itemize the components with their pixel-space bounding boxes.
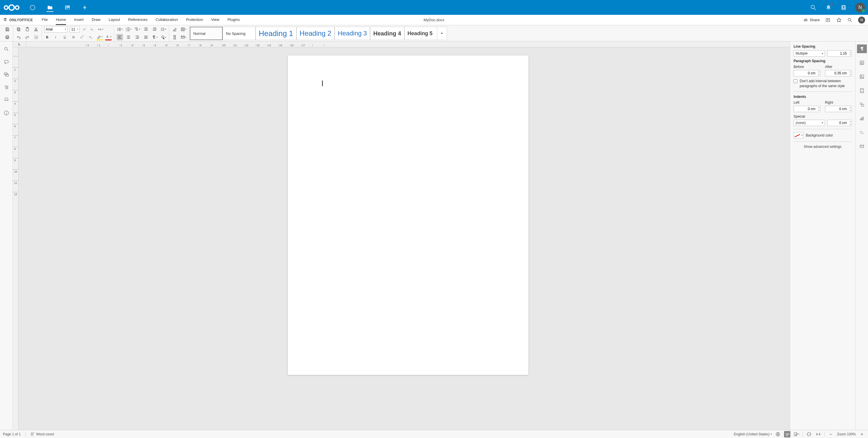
- feedback-icon[interactable]: [3, 97, 9, 103]
- font-name-input[interactable]: [45, 27, 64, 31]
- multilevel-list-icon[interactable]: ▾: [134, 26, 141, 33]
- menu-layout[interactable]: Layout: [109, 15, 120, 25]
- language-selector[interactable]: English (United States) ▾: [734, 432, 772, 436]
- menu-references[interactable]: References: [128, 15, 147, 25]
- fit-width-icon[interactable]: [815, 431, 822, 437]
- bullet-list-icon[interactable]: ▾: [117, 26, 123, 33]
- font-color-icon[interactable]: A▾: [105, 34, 112, 40]
- spellcheck-icon[interactable]: ABC: [784, 431, 790, 437]
- fit-page-icon[interactable]: [806, 431, 812, 437]
- zoom-in-icon[interactable]: [859, 431, 865, 437]
- special-indent-value-input[interactable]: [827, 120, 852, 126]
- document-scroll[interactable]: [26, 47, 790, 430]
- zoom-level[interactable]: Zoom 100%: [837, 432, 856, 436]
- style-heading-2[interactable]: Heading 2: [297, 27, 335, 40]
- font-size-input[interactable]: [71, 27, 76, 31]
- redo-icon[interactable]: [24, 34, 31, 40]
- contacts-icon[interactable]: [840, 4, 847, 11]
- style-heading-1[interactable]: Heading 1: [255, 27, 297, 40]
- open-location-icon[interactable]: [825, 17, 831, 23]
- indent-left-input[interactable]: [794, 106, 820, 112]
- styles-more-button[interactable]: [437, 27, 447, 40]
- change-case-icon[interactable]: Aa▾: [97, 26, 103, 33]
- chat-icon[interactable]: [3, 72, 9, 77]
- save-icon[interactable]: [4, 26, 10, 33]
- clear-style-icon[interactable]: [172, 26, 178, 33]
- table-settings-tab-icon[interactable]: [857, 58, 867, 67]
- indent-right-value[interactable]: [827, 107, 847, 111]
- menu-insert[interactable]: Insert: [74, 15, 84, 25]
- line-spacing-value-input[interactable]: [827, 50, 852, 57]
- no-interval-checkbox[interactable]: Don't add interval between paragraphs of…: [794, 79, 852, 89]
- image-settings-tab-icon[interactable]: [857, 72, 867, 81]
- photos-app-icon[interactable]: [64, 4, 71, 11]
- subscript-icon[interactable]: A2: [88, 34, 94, 40]
- document-page[interactable]: [288, 56, 528, 375]
- style-no-spacing[interactable]: No Spacing: [223, 27, 255, 40]
- spacing-after-value[interactable]: [827, 71, 847, 75]
- font-name-selector[interactable]: ▾: [44, 26, 67, 33]
- line-spacing-icon[interactable]: ▾: [160, 26, 166, 33]
- vertical-ruler[interactable]: 123456789101112: [13, 47, 19, 430]
- about-icon[interactable]: [3, 110, 9, 116]
- files-app-icon[interactable]: [46, 5, 54, 12]
- editor-user-avatar[interactable]: N: [858, 16, 865, 24]
- favorite-star-icon[interactable]: [836, 17, 842, 23]
- style-heading-3[interactable]: Heading 3: [335, 27, 370, 40]
- header-footer-tab-icon[interactable]: [857, 86, 867, 95]
- set-doc-language-icon[interactable]: [775, 431, 781, 437]
- horizontal-ruler[interactable]: -2-11234567891011121314151617: [26, 41, 790, 47]
- search-doc-icon[interactable]: [847, 17, 853, 23]
- style-heading-4[interactable]: Heading 4: [370, 27, 404, 40]
- style-normal[interactable]: Normal: [190, 27, 223, 40]
- dashboard-app-icon[interactable]: [29, 4, 36, 11]
- indent-left-value[interactable]: [795, 107, 815, 111]
- decrease-indent-icon[interactable]: [143, 26, 149, 33]
- menu-file[interactable]: File: [41, 15, 48, 25]
- highlight-color-icon[interactable]: ▾: [96, 34, 103, 40]
- indent-right-input[interactable]: [825, 106, 852, 112]
- nonprinting-icon[interactable]: ▾: [151, 34, 158, 40]
- nextcloud-logo[interactable]: [3, 3, 20, 12]
- zoom-out-icon[interactable]: [828, 431, 834, 437]
- underline-icon[interactable]: U: [62, 34, 68, 40]
- background-color-swatch[interactable]: ▾: [794, 132, 803, 139]
- font-size-selector[interactable]: ▾: [70, 26, 80, 33]
- line-spacing-value[interactable]: [829, 52, 847, 56]
- find-icon[interactable]: [3, 46, 9, 52]
- copy-icon[interactable]: [16, 26, 22, 33]
- undo-icon[interactable]: [16, 34, 22, 40]
- paste-icon[interactable]: [24, 26, 31, 33]
- shape-settings-tab-icon[interactable]: [857, 100, 867, 109]
- menu-view[interactable]: View: [211, 15, 219, 25]
- spacing-after-input[interactable]: [825, 70, 852, 76]
- menu-collaboration[interactable]: Collaboration: [156, 15, 178, 25]
- no-interval-check-input[interactable]: [794, 79, 797, 83]
- page-indicator[interactable]: Page 1 of 1: [3, 432, 21, 436]
- menu-draw[interactable]: Draw: [92, 15, 100, 25]
- headings-icon[interactable]: [3, 85, 9, 90]
- spacing-before-input[interactable]: [794, 70, 820, 76]
- align-left-icon[interactable]: [117, 34, 123, 40]
- word-count-button[interactable]: 123 Word count: [30, 432, 54, 437]
- increase-font-icon[interactable]: A▴: [82, 27, 87, 32]
- print-icon[interactable]: [4, 34, 10, 40]
- document-name[interactable]: MyDoc.docx: [424, 18, 444, 22]
- paragraph-settings-tab-icon[interactable]: [857, 44, 867, 53]
- onlyoffice-brand[interactable]: ONLYOFFICE: [3, 18, 33, 22]
- ruler-corner[interactable]: L: [13, 41, 26, 47]
- number-list-icon[interactable]: 123▾: [125, 26, 132, 33]
- menu-home[interactable]: Home: [56, 15, 66, 25]
- show-advanced-link[interactable]: Show advanced settings: [794, 145, 852, 149]
- bold-icon[interactable]: B: [44, 34, 51, 40]
- track-changes-icon[interactable]: ▾: [793, 431, 800, 437]
- mailmerge-icon[interactable]: ▾: [180, 34, 187, 40]
- copy-style-icon[interactable]: [172, 34, 178, 40]
- increase-indent-icon[interactable]: [151, 26, 158, 33]
- line-spacing-mode-select[interactable]: Multiple▾: [794, 50, 825, 57]
- align-right-icon[interactable]: [134, 34, 141, 40]
- shading-icon[interactable]: ▾: [160, 34, 166, 40]
- superscript-icon[interactable]: A2: [79, 34, 86, 40]
- paragraph-shading-icon[interactable]: ▾: [180, 26, 187, 33]
- cut-icon[interactable]: [33, 26, 39, 33]
